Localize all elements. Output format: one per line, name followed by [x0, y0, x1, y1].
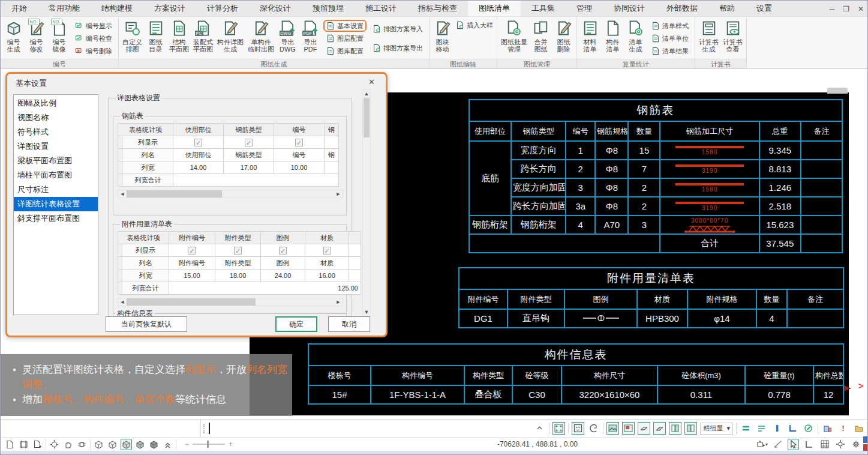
nav-item-墙柱平面布置图[interactable]: 墙柱平面布置图 — [14, 168, 98, 182]
tab-设置[interactable]: 设置 — [746, 1, 783, 16]
block-move-button[interactable]: 图块移动 — [431, 18, 453, 59]
scrollbar-thumb[interactable] — [364, 98, 370, 137]
single-component-temp-plot-button[interactable]: 单构件临时出图 — [246, 18, 276, 59]
collapse-icon[interactable] — [162, 439, 173, 450]
tab-结构建模[interactable]: 结构建模 — [91, 1, 143, 16]
cfg-name-cell[interactable]: 附件编号 — [169, 257, 215, 270]
tab-工具集[interactable]: 工具集 — [521, 1, 566, 16]
layout-scheme-export-button[interactable]: 排图方案导出 — [371, 43, 425, 53]
panel-expand-chevron-icon[interactable]: > — [858, 381, 863, 391]
display-slab-icon[interactable] — [638, 422, 650, 435]
insert-detail-button[interactable]: 插入大样 — [454, 20, 495, 30]
zoom-slider-handle[interactable] — [207, 441, 209, 448]
new-viewport-icon[interactable] — [32, 439, 43, 450]
layout-scheme-import-button[interactable]: 排图方案导入 — [371, 24, 425, 34]
number-mirror-button[interactable]: NO.编号镜像 — [48, 18, 70, 59]
column-display-icon[interactable] — [755, 422, 768, 435]
grid-icon[interactable] — [819, 439, 830, 450]
tab-协同设计[interactable]: 协同设计 — [603, 1, 656, 16]
scroll-right-icon[interactable]: ► — [334, 298, 343, 306]
model-check-icon[interactable] — [821, 422, 834, 435]
close-icon[interactable]: ✕ — [858, 5, 864, 13]
checkbox-checked-icon[interactable]: ✓ — [188, 247, 196, 255]
tab-外部数据[interactable]: 外部数据 — [656, 1, 708, 16]
display-image-icon[interactable] — [622, 422, 635, 435]
restore-default-button[interactable]: 当前页恢复默认 — [106, 316, 187, 332]
collapse-caret-icon[interactable] — [533, 422, 546, 435]
view-wireframe-icon[interactable] — [93, 439, 104, 450]
zoom-extents-icon[interactable] — [49, 439, 60, 450]
checkbox-checked-icon[interactable]: ✓ — [323, 247, 331, 255]
cfg-name-cell[interactable]: 附件类型 — [215, 257, 261, 270]
checkbox-checked-icon[interactable]: ✓ — [234, 247, 242, 255]
scroll-down-icon[interactable]: ▼ — [363, 309, 370, 315]
zoom-out-icon[interactable]: − — [185, 440, 189, 448]
number-check-button[interactable]: 编号检查 — [73, 34, 114, 43]
precast-plan-button[interactable]: PC装配式平面图 — [191, 18, 215, 59]
tab-常用功能[interactable]: 常用功能 — [38, 1, 91, 16]
merge-drawings-button[interactable]: 合并图纸 — [530, 18, 552, 59]
checkbox-checked-icon[interactable]: ✓ — [295, 139, 303, 146]
number-modify-button[interactable]: NO.编号修改 — [25, 18, 47, 59]
cfg-width-cell[interactable]: 16.00 — [305, 270, 349, 282]
cancel-button[interactable]: 取消 — [328, 316, 370, 332]
cfg-width-cell[interactable]: 15.00 — [169, 270, 215, 282]
cfg-name-cell[interactable]: 钢筋类型 — [224, 149, 274, 161]
display-hatch-icon[interactable] — [653, 422, 666, 435]
basic-settings-button[interactable]: 基本设置 — [325, 21, 365, 31]
nav-item-视图名称[interactable]: 视图名称 — [14, 110, 98, 125]
number-delete-button[interactable]: 编号删除 — [73, 46, 114, 56]
nav-item-图幅及比例[interactable]: 图幅及比例 — [14, 96, 98, 110]
ucs-icon[interactable] — [834, 439, 846, 450]
cfg-name-cell[interactable]: 图例 — [261, 257, 305, 270]
tab-指标与检查[interactable]: 指标与检查 — [407, 1, 468, 16]
export-dwg-button[interactable]: DWG导出DWG — [277, 18, 299, 59]
view-edges-icon[interactable] — [134, 439, 146, 450]
cfg-width-cell[interactable]: 24.00 — [261, 270, 305, 282]
list-result-button[interactable]: 清单结果 — [650, 46, 690, 56]
command-grip[interactable] — [203, 424, 206, 433]
drawing-catalog-button[interactable]: 图纸目录 — [145, 18, 167, 59]
scrollbar-thumb[interactable] — [127, 190, 222, 197]
display-door-right-icon[interactable] — [684, 422, 697, 435]
component-list-button[interactable]: 构件清单 — [602, 18, 624, 59]
orbit-icon[interactable] — [76, 439, 88, 450]
checkbox-checked-icon[interactable]: ✓ — [194, 139, 202, 146]
view-hidden-icon[interactable] — [107, 439, 118, 450]
layer-config-button[interactable]: 图层配置 — [325, 34, 365, 43]
fit-view-icon[interactable] — [18, 439, 29, 450]
list-style-button[interactable]: 清单样式 — [650, 21, 690, 31]
cfg-name-cell[interactable]: 材质 — [305, 257, 349, 270]
custom-layout-button[interactable]: 自定义排图 — [121, 18, 144, 59]
annotate-icon[interactable] — [802, 422, 815, 435]
cfg-name-cell[interactable]: 使用部位 — [173, 149, 224, 161]
tab-方案设计[interactable]: 方案设计 — [143, 1, 196, 16]
ok-button[interactable]: 确定 — [275, 316, 317, 332]
restore-icon[interactable]: ❐ — [843, 5, 849, 13]
nav-item-梁板平面布置图[interactable]: 梁板平面布置图 — [14, 154, 98, 168]
selection-box-icon[interactable]: ▾ — [756, 439, 768, 450]
cfg-width-cell[interactable]: 10.00 — [274, 161, 325, 174]
checkbox-checked-icon[interactable]: ✓ — [279, 247, 287, 255]
cfg-width-cell[interactable]: 14.00 — [173, 161, 224, 174]
view-shaded-icon[interactable] — [121, 439, 132, 450]
display-layer-icon[interactable] — [606, 422, 619, 435]
grid-snap-icon[interactable] — [552, 422, 565, 435]
tab-管理[interactable]: 管理 — [566, 1, 603, 16]
tab-图纸清单[interactable]: 图纸清单 — [468, 1, 521, 16]
scroll-left-icon[interactable]: ◄ — [118, 190, 127, 197]
structure-plan-button[interactable]: 结构平面图 — [167, 18, 191, 59]
new-file-icon[interactable] — [4, 439, 16, 450]
zoom-in-icon[interactable]: + — [229, 440, 233, 448]
command-input[interactable] — [209, 423, 210, 434]
scroll-left-icon[interactable]: ◄ — [118, 298, 127, 306]
calc-book-view-button[interactable]: 计算书查看 — [721, 18, 744, 59]
tab-计算分析[interactable]: 计算分析 — [196, 1, 249, 16]
settings-icon[interactable] — [850, 439, 861, 450]
dialog-close-icon[interactable]: ✕ — [368, 77, 375, 86]
osnap-center-icon[interactable] — [587, 422, 600, 435]
material-list-button[interactable]: 材料清单 — [579, 18, 601, 59]
tab-施工设计[interactable]: 施工设计 — [355, 1, 407, 16]
select-cursor-icon[interactable] — [788, 439, 799, 450]
number-display-button[interactable]: 编号显示 — [73, 21, 114, 31]
